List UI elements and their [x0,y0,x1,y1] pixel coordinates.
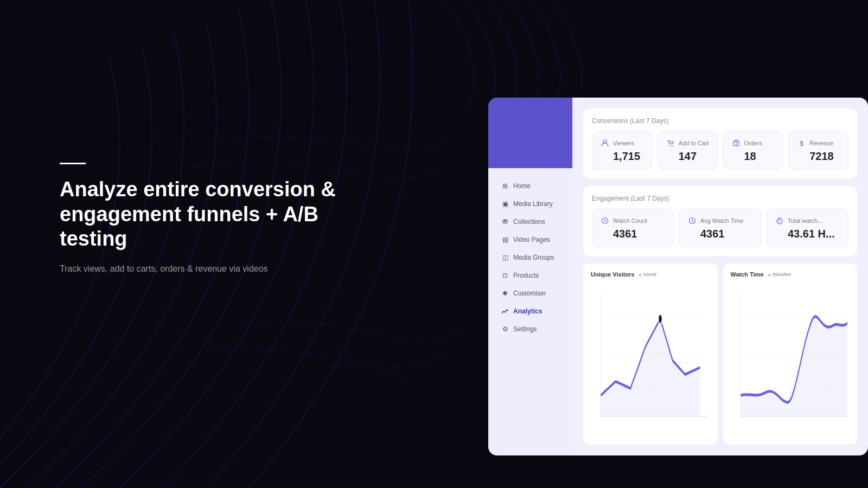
sidebar: ⊞ Home ▣ Media Library ⛃ Collections ▤ V… [488,98,572,455]
metric-orders-header: Orders [731,138,775,148]
metric-cart-label: Add to Cart [679,140,709,146]
engagement-metrics-row: Watch Count 4361 Avg Watch Time [592,209,848,247]
metric-watch-count-label: Watch Count [613,217,647,224]
charts-row: Unique Visitors count [583,264,857,445]
svg-point-2 [669,145,671,146]
sidebar-item-products[interactable]: ⊡ Products [492,267,569,284]
metric-revenue: $ Revenue 7218 [788,131,848,170]
svg-point-3 [672,145,673,146]
nav-label-media-library: Media Library [513,200,553,208]
metric-orders-value: 18 [731,150,775,163]
sidebar-item-collections[interactable]: ⛃ Collections [492,213,569,230]
chart-visitors-legend: count [639,272,656,277]
chart-icon [501,307,509,315]
sidebar-item-video-pages[interactable]: ▤ Video Pages [492,231,569,248]
metric-avg-watch-value: 4361 [687,228,753,240]
svg-marker-14 [601,319,700,416]
metric-viewers-header: Viewers [600,138,644,148]
cart-icon [666,138,675,148]
sidebar-nav: ⊞ Home ▣ Media Library ⛃ Collections ▤ V… [488,168,572,455]
engagement-title: Engagement (Last 7 Days) [592,195,848,202]
nav-label-settings: Settings [513,325,537,333]
chart-watch-title: Watch Time minutes [731,271,850,278]
metric-avg-watch-time: Avg Watch Time 4361 [679,209,761,247]
metric-orders-label: Orders [744,140,763,146]
layers-icon: ◫ [501,254,509,261]
monitor-icon: ▤ [501,236,509,243]
metric-add-to-cart: Add to Cart 147 [658,131,718,170]
grid-icon: ⊞ [501,182,509,190]
main-content: Conversions (Last 7 Days) Viewers [572,98,868,455]
settings-alt-icon: ✱ [501,290,509,297]
engagement-section: Engagement (Last 7 Days) Watch Count [583,186,857,256]
metric-watch-count-header: Watch Count [600,216,666,226]
metric-viewers-label: Viewers [613,140,634,146]
svg-point-15 [659,314,662,324]
sub-heading: Track views, add to carts, orders & reve… [60,262,363,275]
sidebar-item-customiser[interactable]: ✱ Customiser [492,285,569,302]
right-panel: ⊞ Home ▣ Media Library ⛃ Collections ▤ V… [488,98,868,455]
nav-label-products: Products [513,272,539,279]
conversions-section: Conversions (Last 7 Days) Viewers [583,108,857,178]
chart-visitors-area [591,284,710,437]
metric-revenue-label: Revenue [809,140,833,146]
nav-label-video-pages: Video Pages [513,236,550,243]
nav-label-analytics: Analytics [513,307,542,315]
metric-total-watch-value: 43.61 H... [775,228,840,240]
metric-avg-watch-header: Avg Watch Time [687,216,753,226]
nav-label-media-groups: Media Groups [513,254,554,261]
film-icon: ▣ [501,200,509,208]
dollar-icon: $ [796,138,806,148]
conversions-metrics-row: Viewers 1,715 Add to Cart [592,131,848,170]
sidebar-logo-area [488,98,572,168]
sidebar-item-settings[interactable]: ⚙ Settings [492,320,569,338]
engagement-period: (Last 7 Days) [630,195,669,202]
chart-watch-area [731,284,850,437]
svg-marker-21 [741,319,847,416]
sidebar-item-home[interactable]: ⊞ Home [492,177,569,195]
svg-point-1 [603,140,607,143]
timer-icon [775,216,784,226]
metric-revenue-header: $ Revenue [796,138,840,148]
gift-icon: ⊡ [501,272,509,279]
chart-watch-time: Watch Time minutes [723,264,858,445]
metric-orders: Orders 18 [723,131,783,170]
chart-watch-legend: minutes [768,272,792,277]
metric-viewers-value: 1,715 [600,150,644,163]
chart-unique-visitors: Unique Visitors count [583,264,718,445]
conversions-period: (Last 7 Days) [630,117,668,125]
sidebar-item-media-groups[interactable]: ◫ Media Groups [492,249,569,266]
metric-avg-watch-label: Avg Watch Time [700,217,743,224]
metric-total-watch-header: Total watch... [775,216,840,226]
metric-watch-count: Watch Count 4361 [592,209,674,247]
folder-icon: ⛃ [501,218,509,226]
metric-cart-value: 147 [666,150,710,163]
main-heading: Analyze entire conversion & engagement f… [60,177,363,252]
nav-label-collections: Collections [513,218,545,226]
divider-line [60,163,86,164]
nav-label-customiser: Customiser [513,290,546,297]
left-panel: Analyze entire conversion & engagement f… [60,163,363,275]
clock-icon [600,216,610,226]
user-icon [600,138,610,148]
metric-total-watch-label: Total watch... [788,217,822,224]
chart-visitors-title: Unique Visitors count [591,271,710,278]
metric-viewers: Viewers 1,715 [592,131,652,170]
clock2-icon [687,216,697,226]
gear-icon: ⚙ [501,325,509,333]
sidebar-item-analytics[interactable]: Analytics [492,303,569,320]
box-icon [731,138,741,148]
sidebar-item-media-library[interactable]: ▣ Media Library [492,195,569,213]
metric-revenue-value: 7218 [796,150,840,163]
nav-label-home: Home [513,182,531,190]
conversions-title: Conversions (Last 7 Days) [592,117,848,125]
metric-watch-count-value: 4361 [600,228,666,240]
metric-total-watch: Total watch... 43.61 H... [767,209,848,247]
metric-cart-header: Add to Cart [666,138,710,148]
